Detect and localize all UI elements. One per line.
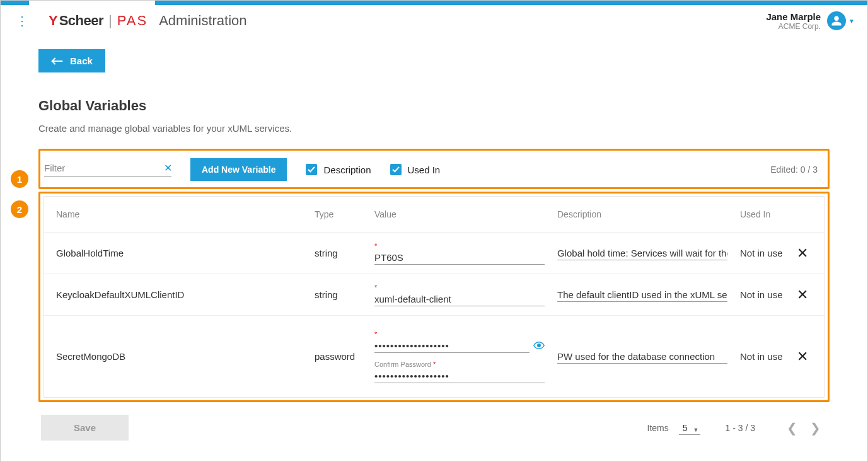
confirm-password-label: Confirm Password * <box>374 361 545 368</box>
required-star: * <box>374 242 545 250</box>
user-icon <box>831 15 842 26</box>
show-password-icon[interactable] <box>533 341 545 351</box>
brand-separator: | <box>108 13 112 29</box>
app-title: Administration <box>159 13 246 29</box>
delete-row-icon[interactable]: ✕ <box>793 349 812 365</box>
back-button-label: Back <box>70 55 93 66</box>
var-name: SecretMongoDB <box>56 351 315 362</box>
table-row: SecretMongoDB password * <box>43 315 825 397</box>
brand-logo: YScheer | PAS <box>49 13 148 29</box>
description-input[interactable] <box>557 246 727 260</box>
arrow-left-icon <box>51 57 64 66</box>
back-button[interactable]: Back <box>38 49 105 72</box>
used-in-checkbox[interactable] <box>390 164 402 175</box>
col-header-value: Value <box>374 209 557 219</box>
filter-input[interactable] <box>44 163 164 173</box>
table-row: GlobalHoldTime string * Not in <box>43 232 825 274</box>
prev-page-button[interactable]: ❮ <box>780 420 804 436</box>
var-name: KeycloakDefaultXUMLClientID <box>56 289 315 300</box>
used-in-value: Not in use <box>740 248 783 258</box>
avatar-dropdown-caret[interactable]: ▼ <box>848 18 855 25</box>
table-row: KeycloakDefaultXUMLClientID string * <box>43 274 825 315</box>
col-header-name: Name <box>56 209 315 219</box>
delete-row-icon[interactable]: ✕ <box>793 287 812 303</box>
user-info: Jane Marple ACME Corp. <box>766 11 821 31</box>
filter-field[interactable]: ✕ <box>44 162 171 177</box>
svg-point-0 <box>538 344 541 347</box>
avatar[interactable] <box>827 11 846 30</box>
brand-scheer: Scheer <box>59 13 103 29</box>
required-star: * <box>374 330 545 338</box>
var-type: password <box>315 351 374 362</box>
check-icon <box>308 166 315 173</box>
description-checkbox-label: Description <box>323 165 371 175</box>
brand-pas: PAS <box>117 13 148 29</box>
used-in-value: Not in use <box>740 289 783 300</box>
value-input[interactable] <box>374 251 545 265</box>
callout-2: 2 <box>11 200 28 218</box>
used-in-value: Not in use <box>740 351 783 362</box>
value-input[interactable] <box>374 292 545 306</box>
col-header-type: Type <box>315 209 374 219</box>
password-input[interactable] <box>374 339 529 353</box>
page-range: 1 - 3 / 3 <box>726 423 755 433</box>
confirm-password-input[interactable] <box>374 369 545 383</box>
check-icon <box>392 166 400 173</box>
items-label: Items <box>647 423 669 433</box>
var-type: string <box>315 248 374 258</box>
description-input[interactable] <box>557 288 727 302</box>
page-title: Global Variables <box>38 98 830 114</box>
description-input[interactable] <box>557 350 727 364</box>
description-checkbox[interactable] <box>306 164 317 175</box>
table-region: Name Type Value Description Used In Glob… <box>38 192 830 402</box>
var-type: string <box>315 289 374 300</box>
clear-filter-icon[interactable]: ✕ <box>164 162 172 174</box>
app-menu-icon[interactable]: ⋮ <box>13 13 30 28</box>
delete-row-icon[interactable]: ✕ <box>793 245 812 262</box>
add-variable-button[interactable]: Add New Variable <box>190 158 287 181</box>
user-org: ACME Corp. <box>766 22 821 31</box>
edited-counter: Edited: 0 / 3 <box>770 165 818 175</box>
toolbar-region: ✕ Add New Variable Description Used In E <box>38 149 830 189</box>
col-header-used-in: Used In <box>740 209 812 219</box>
save-button[interactable]: Save <box>41 415 129 441</box>
var-name: GlobalHoldTime <box>56 248 315 258</box>
used-in-checkbox-label: Used In <box>408 165 441 175</box>
user-name: Jane Marple <box>766 11 821 22</box>
required-star: * <box>374 284 545 291</box>
page-subtitle: Create and manage global variables for y… <box>38 123 830 134</box>
col-header-description: Description <box>557 209 740 219</box>
callout-1: 1 <box>11 170 28 188</box>
next-page-button[interactable]: ❯ <box>804 420 827 436</box>
items-per-page-select[interactable]: 5 <box>679 422 700 435</box>
